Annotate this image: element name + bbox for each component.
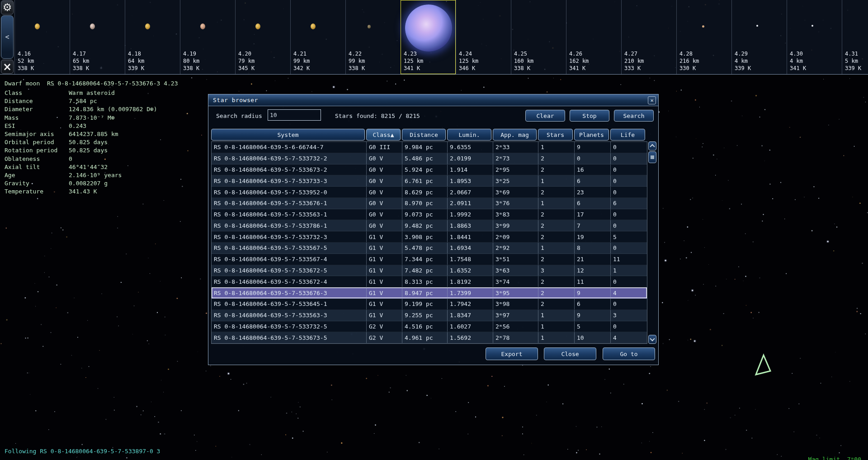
- table-row[interactable]: RS 0-8-14680064-639-5-7-533952-0G0 V8.62…: [212, 187, 647, 198]
- chevron-down-icon: [650, 336, 655, 341]
- cell-4: 3ᵐ74: [493, 276, 538, 287]
- cell-3: 1.8953: [448, 175, 493, 186]
- info-label: Distance: [5, 97, 69, 105]
- column-header-lumin[interactable]: Lumin.: [447, 129, 491, 141]
- table-row[interactable]: RS 0-8-14680064-639-5-7-533676-1G0 V8.97…: [212, 198, 647, 209]
- search-button[interactable]: Search: [614, 110, 654, 122]
- table-row[interactable]: RS 0-8-14680064-639-5-7-533567-5G1 V5.47…: [212, 243, 647, 254]
- dialog-title: Star browser: [213, 97, 258, 103]
- filmstrip-cell-4.18[interactable]: 4.1864 km339 K: [125, 0, 180, 74]
- filmstrip-cell-4.27[interactable]: 4.27210 km333 K: [621, 0, 676, 74]
- table-row[interactable]: RS 0-8-14680064-639-5-7-533563-3G1 V9.25…: [212, 310, 647, 321]
- cell-3: 1.8347: [448, 310, 493, 321]
- column-header-system[interactable]: System: [211, 129, 365, 141]
- column-header-distance[interactable]: Distance: [402, 129, 446, 141]
- thumbnail-labels: 4.25160 km338 K: [514, 50, 533, 72]
- filmstrip-cell-4.30[interactable]: 4.304 km341 K: [787, 0, 842, 74]
- filmstrip-close-button[interactable]: ×: [1, 60, 14, 74]
- table-row[interactable]: RS 0-8-14680064-639-5-6-66744-7G0 III9.9…: [212, 142, 647, 153]
- cell-5: 2: [538, 164, 575, 175]
- close-button[interactable]: Close: [544, 347, 596, 360]
- cell-5: 2: [538, 231, 575, 242]
- table-row[interactable]: RS 0-8-14680064-639-5-7-533672-4G1 V8.31…: [212, 276, 647, 287]
- cell-7: 3: [611, 310, 647, 321]
- table-scrollbar[interactable]: [648, 141, 656, 344]
- clear-button[interactable]: Clear: [525, 110, 565, 122]
- column-header-life[interactable]: Life: [610, 129, 645, 141]
- thumbnail-index: 4.31: [845, 50, 861, 57]
- column-header-planets[interactable]: Planets: [574, 129, 609, 141]
- thumbnail-size: 99 km: [293, 57, 310, 65]
- table-row[interactable]: RS 0-8-14680064-639-5-7-533732-3G1 V3.90…: [212, 231, 647, 243]
- cell-3: 1.8192: [448, 276, 493, 287]
- thumbnail-temp: 339 K: [128, 65, 144, 72]
- table-row[interactable]: RS 0-8-14680064-639-5-7-533672-5G1 V7.48…: [212, 265, 647, 277]
- cell-5: 1: [538, 321, 575, 332]
- column-header-app-mag[interactable]: App. mag: [493, 129, 537, 141]
- close-icon: ×: [3, 61, 12, 72]
- info-label: Temperature: [5, 188, 69, 196]
- table-row[interactable]: RS 0-8-14680064-639-5-7-533733-3G0 V6.76…: [212, 175, 647, 187]
- filmstrip-cell-4.28[interactable]: 4.28216 km330 K: [676, 0, 731, 74]
- cell-5: 2: [538, 187, 575, 197]
- filmstrip-back-button[interactable]: <: [1, 15, 14, 59]
- filmstrip-cell-4.19[interactable]: 4.1980 km338 K: [180, 0, 235, 74]
- thumbnail-temp: 345 K: [238, 65, 255, 72]
- thumbnail-index: 4.18: [128, 50, 144, 57]
- settings-button[interactable]: ⚙: [1, 0, 14, 14]
- table-row[interactable]: RS 0-8-14680064-639-5-7-533732-5G2 V4.51…: [212, 321, 647, 333]
- stop-button[interactable]: Stop: [570, 110, 609, 122]
- table-row[interactable]: RS 0-8-14680064-639-5-7-533645-1G1 V9.19…: [212, 299, 647, 310]
- scrollbar-thumb[interactable]: [648, 151, 656, 163]
- info-value: 0.0082207 g: [69, 179, 108, 188]
- filmstrip-cell-4.24[interactable]: 4.24125 km346 K: [456, 0, 511, 74]
- table-row[interactable]: RS 0-8-14680064-639-5-7-533786-1G0 V9.48…: [212, 220, 647, 231]
- filmstrip-cell-4.17[interactable]: 4.1765 km338 K: [70, 0, 125, 74]
- info-label: ESI: [5, 122, 69, 130]
- cell-6: 9: [575, 287, 611, 298]
- table-row[interactable]: RS 0-8-14680064-639-5-7-533673-2G0 V5.92…: [212, 164, 647, 176]
- cell-0: RS 0-8-14680064-639-5-7-533567-4: [212, 254, 367, 265]
- cell-3: 1.8441: [448, 231, 493, 242]
- table-row[interactable]: RS 0-8-14680064-639-5-7-533673-5G2 V4.96…: [212, 332, 647, 343]
- filmstrip-cell-4.20[interactable]: 4.2079 km345 K: [235, 0, 290, 74]
- dialog-titlebar[interactable]: Star browser ✕: [208, 94, 658, 106]
- cell-0: RS 0-8-14680064-639-5-7-533952-0: [212, 187, 367, 197]
- table-row[interactable]: RS 0-8-14680064-639-5-7-533563-1G0 V9.07…: [212, 209, 647, 221]
- info-value: Warm asteroid: [69, 89, 115, 97]
- cell-4: 3ᵐ95: [493, 287, 538, 298]
- export-button[interactable]: Export: [486, 347, 538, 360]
- table-row[interactable]: RS 0-8-14680064-639-5-7-533676-3G1 V8.94…: [212, 287, 647, 299]
- filmstrip-cell-4.29[interactable]: 4.294 km339 K: [731, 0, 787, 74]
- column-header-class[interactable]: Class▲: [366, 129, 401, 141]
- table-row[interactable]: RS 0-8-14680064-639-5-7-533567-4G1 V7.34…: [212, 254, 647, 265]
- scrollbar-up-button[interactable]: [648, 141, 656, 150]
- goto-button[interactable]: Go to: [603, 347, 655, 360]
- thumbnail-labels: 4.1652 km338 K: [18, 50, 34, 72]
- cell-5: 2: [538, 299, 575, 310]
- cell-4: 3ᵐ97: [493, 310, 538, 321]
- cell-1: G0 V: [367, 175, 402, 186]
- cell-2: 9.984 pc: [402, 142, 448, 153]
- dialog-close-button[interactable]: ✕: [648, 96, 656, 104]
- column-header-stars[interactable]: Stars: [538, 129, 573, 141]
- info-label: Rotation period: [5, 146, 69, 155]
- info-label: Diameter: [5, 105, 69, 113]
- object-thumbnail: [811, 25, 813, 27]
- scrollbar-down-button[interactable]: [648, 335, 656, 344]
- filmstrip-cell-4.26[interactable]: 4.26162 km341 K: [566, 0, 621, 74]
- filmstrip-cell-4.31[interactable]: 4.315 km339 K: [842, 0, 868, 74]
- cell-0: RS 0-8-14680064-639-5-7-533673-5: [212, 332, 367, 343]
- filmstrip-cell-4.21[interactable]: 4.2199 km342 K: [290, 0, 345, 74]
- filmstrip-cell-4.16[interactable]: 4.1652 km338 K: [14, 0, 70, 74]
- filmstrip-cell-4.23[interactable]: 4.23125 km341 K: [401, 0, 456, 74]
- search-radius-input[interactable]: [268, 109, 321, 121]
- table-row[interactable]: RS 0-8-14680064-639-5-7-533732-2G0 V5.48…: [212, 153, 647, 164]
- filmstrip-cell-4.22[interactable]: 4.2299 km338 K: [345, 0, 401, 74]
- thumbnail-size: 52 km: [18, 57, 34, 65]
- info-value: 124.836 km (0.0097862 D⊕): [69, 105, 157, 113]
- info-label: Mass: [5, 114, 69, 122]
- info-label: Class: [5, 89, 69, 97]
- cell-5: 3: [538, 265, 575, 276]
- filmstrip-cell-4.25[interactable]: 4.25160 km338 K: [511, 0, 566, 74]
